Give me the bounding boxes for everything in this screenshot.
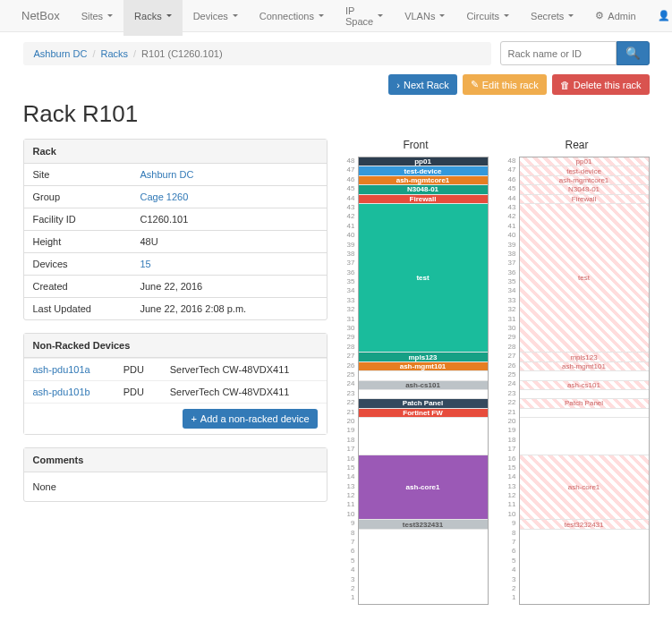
prop-value: 48U [132,231,327,253]
device-slot[interactable]: ash-core1 [520,455,649,521]
nav-item-sites[interactable]: Sites [71,0,123,36]
device-slot[interactable]: Firewall [520,195,649,204]
table-row: Last UpdatedJune 22, 2016 2:08 p.m. [24,298,327,320]
empty-slot[interactable] [520,530,649,604]
edit-rack-label: Edit this rack [482,80,539,90]
device-slot[interactable]: ash-mgmtcore1 [520,176,649,185]
device-slot[interactable]: Patch Panel [520,399,649,408]
unit-label: 23 [344,389,358,398]
front-elevation: Front 4847464544434241403938373635343332… [344,139,489,605]
nav-item-ip-space[interactable]: IP Space [335,0,394,36]
prop-label: Group [24,186,132,208]
unit-label: 36 [344,268,358,277]
device-slot[interactable]: ash-mgmtcore1 [359,176,488,185]
device-slot[interactable]: N3048-01 [359,185,488,194]
admin-link[interactable]: ⚙Admin [584,1,646,30]
device-link[interactable]: ash-pdu101a [33,364,90,375]
unit-label: 33 [344,296,358,305]
empty-slot[interactable] [520,418,649,455]
breadcrumb-site[interactable]: Ashburn DC [34,48,88,59]
site-link[interactable]: Ashburn DC [140,169,194,180]
device-slot[interactable]: Firewall [359,195,488,204]
nav-right: ⚙Admin 👤Profile ⎋Log out [584,0,672,36]
unit-label: 32 [505,305,519,314]
nav-item-racks[interactable]: Racks [123,0,183,36]
pencil-icon: ✎ [471,79,479,90]
device-slot[interactable]: test [520,204,649,353]
unit-label: 7 [505,538,519,547]
unit-label: 18 [505,436,519,445]
unit-label: 9 [344,519,358,528]
device-slot[interactable]: pp01 [359,157,488,166]
unit-label: 3 [505,575,519,584]
profile-link[interactable]: 👤Profile [647,1,672,30]
device-slot[interactable]: test-device [359,166,488,175]
unit-label: 36 [505,268,519,277]
unit-label: 38 [344,250,358,259]
empty-slot[interactable] [359,371,488,380]
unit-label: 21 [505,408,519,417]
group-link[interactable]: Cage 1260 [140,191,189,202]
unit-label: 3 [344,575,358,584]
unit-label: 41 [505,222,519,231]
nonracked-panel: Non-Racked Devices ash-pdu101aPDUServerT… [23,333,327,435]
edit-rack-button[interactable]: ✎Edit this rack [463,74,547,95]
unit-label: 18 [344,436,358,445]
devices-link[interactable]: 15 [140,259,151,269]
nav-item-devices[interactable]: Devices [183,0,249,36]
device-slot[interactable]: pp01 [520,157,649,166]
nav-item-connections[interactable]: Connections [249,0,335,36]
unit-label: 44 [505,194,519,203]
unit-label: 14 [505,472,519,481]
empty-slot[interactable] [359,390,488,399]
breadcrumb: Ashburn DC / Racks / R101 (C1260.101) [23,42,491,65]
empty-slot[interactable] [359,530,488,604]
next-rack-button[interactable]: ›Next Rack [388,74,456,95]
prop-value: C1260.101 [132,208,327,231]
device-slot[interactable]: test-device [520,166,649,175]
delete-rack-button[interactable]: 🗑Delete this rack [552,74,650,95]
device-slot[interactable]: Fortinet FW [359,409,488,418]
breadcrumb-racks[interactable]: Racks [100,48,128,59]
unit-label: 24 [505,379,519,388]
unit-label: 26 [344,361,358,370]
empty-slot[interactable] [520,409,649,418]
chevron-right-icon: › [396,80,400,90]
empty-slot[interactable] [520,371,649,380]
prop-value: June 22, 2016 [132,276,327,298]
empty-slot[interactable] [359,418,488,455]
device-slot[interactable]: ash-mgmt101 [520,362,649,371]
device-slot[interactable]: mpls123 [359,353,488,361]
device-slot[interactable]: mpls123 [520,353,649,361]
device-slot[interactable]: test3232431 [520,520,649,529]
device-link[interactable]: ash-pdu101b [33,387,90,397]
device-slot[interactable]: test3232431 [359,520,488,529]
empty-slot[interactable] [520,390,649,399]
nav-item-circuits[interactable]: Circuits [455,0,520,36]
device-slot[interactable]: N3048-01 [520,185,649,194]
unit-label: 25 [505,370,519,379]
table-row: ash-pdu101bPDUServerTech CW-48VDX411 [24,381,327,404]
device-slot[interactable]: Patch Panel [359,399,488,408]
prop-label: Facility ID [24,208,132,231]
rear-elevation: Rear 48474645444342414039383736353433323… [505,139,650,605]
unit-label: 32 [344,305,358,314]
nav-item-vlans[interactable]: VLANs [394,0,455,36]
search-button[interactable]: 🔍 [617,41,650,65]
device-slot[interactable]: ash-core1 [359,455,488,521]
search-wrap: 🔍 [500,41,650,65]
device-slot[interactable]: test [359,204,488,353]
device-slot[interactable]: ash-mgmt101 [359,362,488,371]
brand[interactable]: NetBox [11,9,71,22]
nav-item-secrets[interactable]: Secrets [520,0,584,36]
unit-label: 31 [344,315,358,324]
search-input[interactable] [500,41,617,65]
unit-label: 5 [505,557,519,565]
unit-label: 22 [505,398,519,407]
add-nonracked-button[interactable]: + Add a non-racked device [183,409,317,429]
unit-label: 13 [505,482,519,491]
unit-label: 33 [505,296,519,305]
device-slot[interactable]: ash-cs101 [359,381,488,390]
nav-left: NetBox SitesRacksDevicesConnectionsIP Sp… [11,0,584,36]
device-slot[interactable]: ash-cs101 [520,381,649,390]
